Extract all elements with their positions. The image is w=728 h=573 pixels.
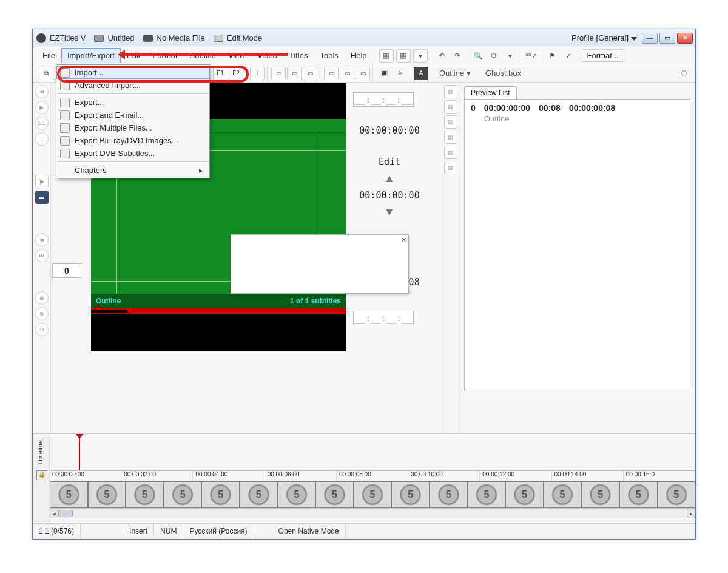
list-item[interactable]: 0 00:00:00:00 00:08 00:00:00:08 [471,103,684,113]
box-btn-1[interactable]: ▭ [324,67,339,80]
timeline-thumb[interactable]: 5 [505,481,544,508]
toolbar-btn-a[interactable]: ▦ [379,49,394,63]
menuitem-export[interactable]: Export... [56,96,209,109]
timeline-thumb[interactable]: 5 [88,481,126,508]
preview-list-box[interactable]: 0 00:00:00:00 00:08 00:00:00:08 Outline [464,99,690,390]
format-menu-button[interactable]: Format... [582,49,624,62]
row-btn-3[interactable]: ▭ [303,67,317,80]
menuitem-exportmultiplefiles[interactable]: Export Multiple Files... [56,121,209,134]
menuitem-import[interactable]: Import... [56,66,209,79]
menuitem-exportdvbsubtitles[interactable]: Export DVB Subtitles... [56,147,209,160]
box-btn-3[interactable]: ▭ [356,67,370,80]
timeline-thumb[interactable]: 5 [468,481,506,508]
minimize-button[interactable]: — [642,33,658,44]
timeline-thumb[interactable]: 5 [278,481,316,508]
rs-btn-6[interactable]: ▤ [444,161,457,174]
rs-btn-4[interactable]: ▤ [444,131,457,144]
timeline-thumb[interactable]: 5 [126,481,164,508]
timeline-thumb[interactable]: 5 [50,481,88,508]
timeline-thumb[interactable]: 5 [164,481,202,508]
copy-icon[interactable]: ⧉ [39,67,53,80]
italic-button[interactable]: I [250,67,265,80]
rs-btn-1[interactable]: ▤ [444,85,457,98]
menu-titles[interactable]: Titles [283,48,314,63]
toolbar-btn-b[interactable]: ▦ [396,49,411,63]
prev-sub-button[interactable]: ⏮ [35,233,49,246]
timeline-thumb[interactable]: 5 [581,481,619,508]
seek-bar[interactable] [91,308,346,314]
cue-in-button[interactable]: ⊕ [35,291,49,305]
flag-button[interactable]: ⚑ [545,49,560,63]
play-button[interactable]: ▶ [35,101,49,114]
timeline-thumb[interactable]: 5 [315,481,354,508]
ghost-box-dropdown[interactable]: Ghost box [479,67,528,80]
row-btn-1[interactable]: ▭ [271,67,286,80]
rs-btn-2[interactable]: ▤ [444,100,457,114]
style-a-button[interactable]: A [414,67,428,80]
screen-button[interactable]: ▬ [35,191,49,204]
menu-tools[interactable]: Tools [314,48,344,63]
omega-icon[interactable]: Ω [677,67,692,80]
scroll-right-button[interactable]: ▸ [687,509,695,518]
timeline-thumb[interactable]: 5 [658,481,696,508]
toolbar-dropdown-icon[interactable]: ▾ [413,49,428,63]
lock-icon[interactable]: 🔒 [36,470,47,480]
timeline-ruler[interactable]: 00:00:00:0000:00:02:0000:00:04:0000:00:0… [50,470,695,481]
cue-out-button[interactable]: ⊖ [35,323,49,336]
profile-dropdown[interactable]: Profile [General] [571,33,637,42]
cue-mid-button[interactable]: ⊕ [35,307,49,320]
menuitem-chapters[interactable]: Chapters▸ [56,164,209,177]
redo-button[interactable]: ↷ [450,49,465,63]
timeline-thumb[interactable]: 5 [240,481,278,508]
arrow-down-icon[interactable]: ▼ [353,206,426,219]
outline-dropdown[interactable]: Outline ▾ [433,67,477,80]
menu-importexport[interactable]: Import/Export [61,48,121,63]
scroll-left-button[interactable]: ◂ [50,509,58,518]
scroll-thumb[interactable] [58,510,73,517]
floating-panel[interactable]: ✕ [231,234,409,294]
speed-button[interactable]: 1.1 [35,117,49,130]
tc-blank-top[interactable]: __:__:__:__ [353,92,414,107]
preview-list-tab[interactable]: Preview List [464,86,517,99]
timeline-scrollbar[interactable]: ◂ ▸ [50,508,695,518]
maximize-button[interactable]: ▭ [659,33,675,44]
timeline-thumb[interactable]: 5 [619,481,658,508]
timeline-thumb[interactable]: 5 [430,481,468,508]
copy-button[interactable]: ⧉ [487,49,502,63]
next-sub-button[interactable]: ⏭ [35,249,49,262]
menuitem-exportandemail[interactable]: Export and E-mail... [56,109,209,121]
font-icon[interactable]: A [393,67,407,80]
menuitem-exportbluraydvdimages[interactable]: Export Blu-ray/DVD Images... [56,134,209,147]
timeline-playhead[interactable] [79,434,80,470]
timeline-thumb[interactable]: 5 [201,481,240,508]
f2-button[interactable]: F2 [229,67,243,80]
row-btn-2[interactable]: ▭ [287,67,302,80]
menuitem-advancedimport[interactable]: Advanced Import... [56,79,209,92]
search-button[interactable]: 🔍 [471,49,486,63]
spellcheck-button[interactable]: ᵃᵇ✓ [524,49,539,63]
check-button[interactable]: ✓ [561,49,576,63]
timeline-thumb[interactable]: 5 [544,481,582,508]
menu-help[interactable]: Help [345,48,373,63]
app-name: EZTitles V [50,33,86,42]
box-btn-2[interactable]: ▭ [340,67,354,80]
rs-btn-3[interactable]: ▤ [444,115,457,129]
rs-btn-5[interactable]: ▤ [444,146,457,159]
undo-button[interactable]: ↶ [434,49,449,63]
timeline-thumbs[interactable]: 55555555555555555 [50,481,695,508]
timeline-thumb[interactable]: 5 [391,481,430,508]
skip-back-button[interactable]: ⏮ [35,85,49,98]
close-icon[interactable]: ✕ [401,236,406,244]
paste-button[interactable]: ▾ [503,49,517,63]
subtitle-index-field[interactable]: 0 [52,263,81,278]
marker-in-button[interactable]: [▶ [35,175,49,188]
pause-button[interactable]: ⏸ [35,132,49,146]
menu-file[interactable]: File [36,48,61,63]
f1-button[interactable]: F1 [213,67,228,80]
timeline-thumb[interactable]: 5 [354,481,392,508]
tc-blank-bottom[interactable]: __:__:__:__ [353,311,414,325]
arrow-up-icon[interactable]: ▲ [353,172,426,185]
title-bar: EZTitles V Untitled No Media File Edit M… [33,29,695,47]
color-icon[interactable]: 🔳 [377,67,391,80]
close-button[interactable]: ✕ [677,33,693,44]
